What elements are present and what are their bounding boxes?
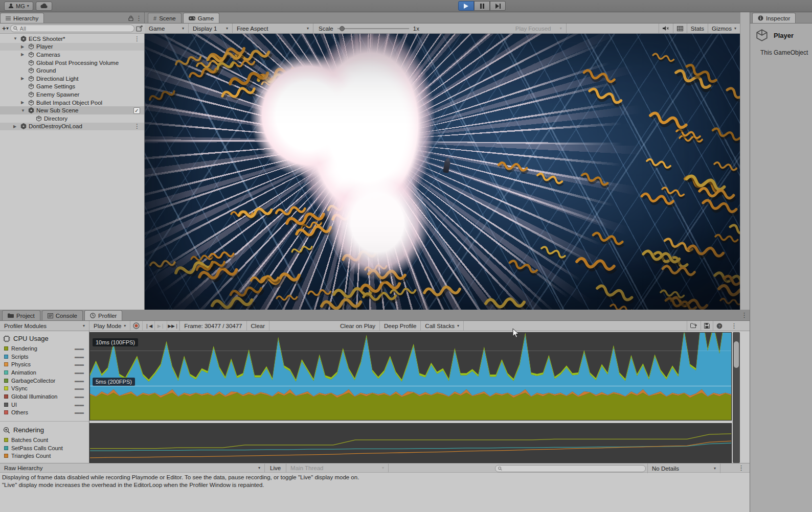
slider-thumb[interactable] <box>340 26 345 31</box>
hierarchy-search-input[interactable] <box>20 26 131 32</box>
tree-row-subscene[interactable]: ▼ New Sub Scene ✓ <box>0 106 144 114</box>
bottom-panel-menu-icon[interactable]: ⋮ <box>739 312 750 318</box>
save-profile-button[interactable] <box>701 321 713 331</box>
popout-icon[interactable] <box>136 26 143 32</box>
foldout-closed-icon[interactable]: ▶ <box>21 76 24 81</box>
layout-grid-button[interactable] <box>673 24 687 34</box>
scale-slider[interactable]: Scale 1x <box>313 26 424 32</box>
drag-handle-icon[interactable]: ▬▬ <box>75 410 84 415</box>
rendering-chart[interactable] <box>89 423 732 463</box>
play-focused-dropdown[interactable]: Play Focused▾ <box>511 24 567 34</box>
drag-handle-icon[interactable]: ▬▬ <box>75 362 84 367</box>
legend-item[interactable]: VSync▬▬ <box>0 384 89 392</box>
foldout-closed-icon[interactable]: ▶ <box>21 44 24 49</box>
drag-handle-icon[interactable]: ▬▬ <box>75 378 84 383</box>
tree-row[interactable]: ▶ Player <box>0 43 144 51</box>
load-profile-button[interactable] <box>687 321 701 331</box>
aspect-dropdown[interactable]: Free Aspect▾ <box>233 24 313 34</box>
detail-menu-icon[interactable]: ⋮ <box>736 464 747 471</box>
foldout-closed-icon[interactable]: ▶ <box>21 100 24 105</box>
tree-row[interactable]: ▶ Bullet Impact Object Pool <box>0 99 144 107</box>
record-button[interactable] <box>130 321 143 331</box>
cloud-button[interactable] <box>36 2 52 11</box>
legend-item[interactable]: GarbageCollector▬▬ <box>0 377 89 385</box>
gizmos-dropdown[interactable]: Gizmos▾ <box>708 24 740 34</box>
tree-row[interactable]: Global Post Processing Volume <box>0 59 144 67</box>
legend-item[interactable]: Others▬▬ <box>0 409 89 417</box>
subscene-checkbox[interactable]: ✓ <box>133 107 140 114</box>
profiler-modules-dropdown[interactable]: Profiler Modules▾ <box>0 321 89 331</box>
add-object-button[interactable]: +▾ <box>2 25 9 32</box>
legend-item[interactable]: UI▬▬ <box>0 401 89 409</box>
scrollbar-thumb[interactable] <box>734 341 739 368</box>
thread-dropdown[interactable]: Main Thread ▾ <box>286 463 389 473</box>
hierarchy-menu-icon[interactable]: ⋮ <box>133 15 144 21</box>
step-button[interactable] <box>490 1 506 11</box>
tab-game[interactable]: Game <box>183 13 219 23</box>
foldout-closed-icon[interactable]: ▶ <box>13 124 16 129</box>
cpu-usage-chart[interactable]: 10ms (100FPS) 5ms (200FPS) <box>89 332 732 421</box>
tree-row[interactable]: ▶ Directional Light <box>0 75 144 83</box>
tab-console[interactable]: Console <box>42 310 83 320</box>
tree-row[interactable]: Directory <box>0 114 144 123</box>
tree-row[interactable]: Game Settings <box>0 83 144 91</box>
legend-item[interactable]: Scripts▬▬ <box>0 353 89 361</box>
game-target-dropdown[interactable]: Game▾ <box>145 24 189 34</box>
detail-search-input[interactable] <box>504 466 643 471</box>
legend-item[interactable]: Triangles Count <box>0 452 89 460</box>
tab-scene[interactable]: # Scene <box>148 13 182 23</box>
clear-button[interactable]: Clear <box>247 321 269 331</box>
legend-item[interactable]: SetPass Calls Count <box>0 444 89 452</box>
tree-row[interactable]: Ground <box>0 66 144 75</box>
clear-on-play-toggle[interactable]: Clear on Play <box>336 321 380 331</box>
deep-profile-toggle[interactable]: Deep Profile <box>380 321 421 331</box>
tab-inspector[interactable]: Inspector <box>752 13 796 23</box>
cpu-module-header[interactable]: CPU Usage <box>0 331 89 344</box>
legend-item[interactable]: Animation▬▬ <box>0 368 89 377</box>
tab-hierarchy[interactable]: Hierarchy <box>0 13 44 23</box>
profiler-menu-icon[interactable]: ⋮ <box>726 321 742 331</box>
details-mode-dropdown[interactable]: No Details ▾ <box>647 463 720 473</box>
drag-handle-icon[interactable]: ▬▬ <box>75 394 84 399</box>
legend-item[interactable]: Physics▬▬ <box>0 360 89 368</box>
tab-profiler[interactable]: Profiler <box>84 310 122 320</box>
scene-menu-icon[interactable]: ⋮ <box>134 35 140 42</box>
foldout-open-icon[interactable]: ▼ <box>21 108 25 113</box>
hierarchy-search[interactable] <box>10 25 134 32</box>
detail-search[interactable] <box>495 465 646 472</box>
pause-button[interactable] <box>474 1 490 11</box>
foldout-closed-icon[interactable]: ▶ <box>21 52 24 57</box>
chart-scrollbar[interactable] <box>733 332 740 463</box>
drag-handle-icon[interactable]: ▬▬ <box>75 346 84 351</box>
drag-handle-icon[interactable]: ▬▬ <box>75 354 84 359</box>
drag-handle-icon[interactable]: ▬▬ <box>75 370 84 375</box>
play-button[interactable] <box>458 1 474 11</box>
display-dropdown[interactable]: Display 1▾ <box>189 24 233 34</box>
mute-audio-button[interactable] <box>659 24 673 34</box>
call-stacks-dropdown[interactable]: Call Stacks▾ <box>421 321 464 331</box>
game-viewport[interactable] <box>145 34 740 310</box>
legend-item[interactable]: Global Illumination▬▬ <box>0 392 89 401</box>
help-button[interactable]: ? <box>713 321 726 331</box>
lock-icon[interactable] <box>128 15 133 21</box>
tree-row-dontdestroy[interactable]: ▶ DontDestroyOnLoad ⋮ <box>0 123 144 131</box>
first-frame-button[interactable]: ❘◀ <box>143 321 155 331</box>
tree-row-scene[interactable]: ▼ ECS Shooter* ⋮ <box>0 35 144 43</box>
last-frame-button[interactable]: ▶▶❘ <box>167 321 179 331</box>
tree-row[interactable]: Enemy Spawner <box>0 90 144 99</box>
legend-item[interactable]: Rendering▬▬ <box>0 344 89 353</box>
next-frame-button[interactable]: ▶❘ <box>155 321 167 331</box>
live-toggle[interactable]: Live <box>265 463 286 473</box>
scene-menu-icon[interactable]: ⋮ <box>134 123 140 130</box>
tree-row[interactable]: ▶ Cameras <box>0 51 144 59</box>
account-menu-button[interactable]: MG ▾ <box>4 2 33 11</box>
hierarchy-mode-dropdown[interactable]: Raw Hierarchy ▾ <box>0 463 265 473</box>
drag-handle-icon[interactable]: ▬▬ <box>75 386 84 391</box>
legend-item[interactable]: Batches Count <box>0 436 89 444</box>
stats-button[interactable]: Stats <box>687 24 708 34</box>
play-mode-dropdown[interactable]: Play Mode▾ <box>89 321 130 331</box>
tab-project[interactable]: Project <box>2 310 40 320</box>
rendering-module-header[interactable]: Rendering <box>0 423 89 436</box>
foldout-open-icon[interactable]: ▼ <box>13 36 17 41</box>
drag-handle-icon[interactable]: ▬▬ <box>75 402 84 407</box>
